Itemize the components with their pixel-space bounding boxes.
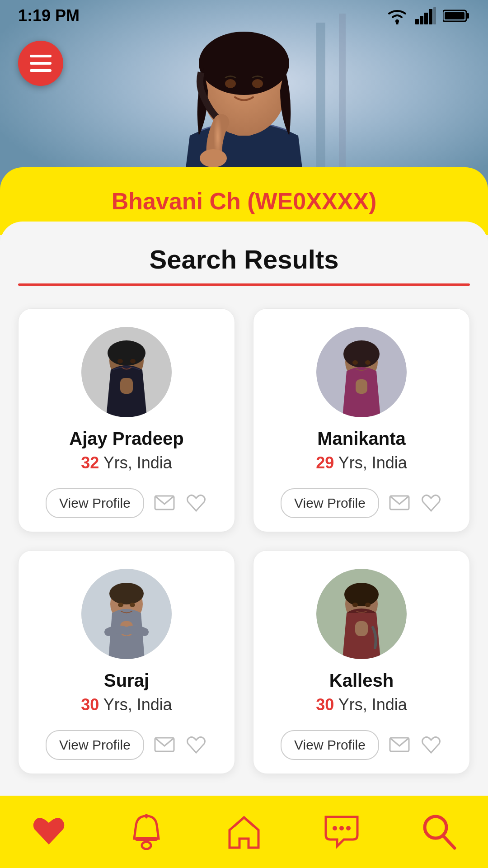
signal-icon: [415, 7, 436, 24]
svg-point-0: [395, 19, 399, 23]
svg-point-42: [344, 583, 379, 606]
wifi-icon: [386, 7, 408, 24]
svg-rect-47: [135, 837, 158, 841]
profile-name-kallesh: Kallesh: [329, 670, 394, 691]
section-title: Search Results: [18, 244, 470, 274]
view-profile-btn-ajay[interactable]: View Profile: [46, 488, 144, 518]
svg-point-44: [365, 603, 371, 607]
profile-name-suraj: Suraj: [104, 670, 149, 691]
menu-button[interactable]: [18, 41, 63, 86]
bottom-navigation: [0, 796, 488, 868]
profile-location-suraj: Yrs, India: [103, 695, 172, 714]
svg-point-52: [346, 826, 351, 830]
avatar-suraj: [81, 569, 172, 659]
svg-rect-45: [355, 621, 368, 636]
nav-search[interactable]: [417, 809, 462, 854]
profile-info-suraj: 30 Yrs, India: [81, 695, 172, 714]
view-profile-btn-suraj[interactable]: View Profile: [46, 730, 144, 760]
like-icon-kallesh[interactable]: [420, 734, 442, 756]
avatar-image-ajay: [81, 327, 172, 417]
profile-location-ajay: Yrs, India: [103, 453, 172, 472]
avatar-image-suraj: [81, 569, 172, 659]
nav-favorites[interactable]: [26, 809, 71, 854]
svg-point-21: [108, 340, 145, 366]
avatar-kallesh: [316, 569, 407, 659]
svg-rect-4: [429, 9, 432, 24]
like-icon-suraj[interactable]: [185, 734, 207, 756]
status-icons: [386, 7, 470, 24]
avatar-image-kallesh: [316, 569, 407, 659]
svg-point-29: [352, 360, 358, 365]
svg-rect-5: [433, 7, 436, 24]
svg-point-51: [339, 826, 344, 830]
main-content-card: Search Results Ajay Pradeep 32: [0, 222, 488, 796]
svg-point-17: [252, 79, 263, 88]
like-icon-ajay[interactable]: [185, 492, 207, 514]
avatar-manikanta: [316, 327, 407, 417]
user-name: Bhavani Ch (WE0XXXX): [112, 188, 377, 215]
profile-card-kallesh: Kallesh 30 Yrs, India View Profile: [253, 550, 470, 774]
profile-age-ajay: 32: [81, 453, 99, 472]
svg-point-18: [200, 149, 227, 167]
view-profile-btn-manikanta[interactable]: View Profile: [281, 488, 379, 518]
profile-card-manikanta: Manikanta 29 Yrs, India View Profile: [253, 308, 470, 532]
search-nav-icon: [422, 814, 456, 850]
card-actions-suraj: View Profile: [46, 730, 207, 760]
message-icon-ajay[interactable]: [153, 492, 176, 514]
svg-rect-3: [424, 13, 428, 24]
profile-location-manikanta: Yrs, India: [338, 453, 407, 472]
profile-info-kallesh: 30 Yrs, India: [316, 695, 407, 714]
svg-point-35: [109, 583, 144, 604]
nav-messages[interactable]: [319, 809, 364, 854]
svg-rect-8: [445, 12, 465, 19]
view-profile-btn-kallesh[interactable]: View Profile: [281, 730, 379, 760]
svg-point-16: [225, 79, 236, 88]
profile-age-kallesh: 30: [316, 695, 334, 714]
svg-point-43: [352, 603, 358, 607]
section-divider: [18, 283, 470, 286]
svg-line-54: [444, 836, 455, 848]
card-actions-manikanta: View Profile: [281, 488, 442, 518]
svg-point-36: [118, 603, 123, 607]
svg-point-22: [117, 359, 123, 363]
profile-info-ajay: 32 Yrs, India: [81, 453, 172, 472]
svg-point-50: [333, 826, 337, 830]
battery-icon: [443, 9, 470, 23]
svg-point-37: [130, 603, 135, 607]
hamburger-icon: [30, 55, 52, 72]
profiles-grid: Ajay Pradeep 32 Yrs, India View Profile: [18, 308, 470, 774]
svg-point-28: [343, 340, 380, 368]
svg-rect-2: [420, 16, 423, 24]
status-bar: 1:19 PM: [0, 0, 488, 32]
status-time: 1:19 PM: [18, 6, 80, 25]
svg-rect-1: [415, 19, 419, 24]
profile-card-ajay: Ajay Pradeep 32 Yrs, India View Profile: [18, 308, 235, 532]
svg-rect-7: [466, 13, 469, 19]
svg-point-15: [199, 32, 289, 95]
card-actions-kallesh: View Profile: [281, 730, 442, 760]
message-icon-manikanta[interactable]: [388, 492, 411, 514]
svg-rect-24: [120, 378, 133, 394]
profile-age-manikanta: 29: [316, 453, 334, 472]
bell-nav-icon: [131, 814, 162, 850]
profile-age-suraj: 30: [81, 695, 99, 714]
svg-point-48: [142, 842, 151, 849]
profile-info-manikanta: 29 Yrs, India: [316, 453, 407, 472]
like-icon-manikanta[interactable]: [420, 492, 442, 514]
heart-nav-icon: [31, 816, 67, 848]
message-icon-kallesh[interactable]: [388, 734, 411, 756]
profile-location-kallesh: Yrs, India: [338, 695, 407, 714]
avatar-image-manikanta: [316, 327, 407, 417]
card-actions-ajay: View Profile: [46, 488, 207, 518]
profile-name-ajay: Ajay Pradeep: [69, 429, 183, 449]
message-icon-suraj[interactable]: [153, 734, 176, 756]
profile-card-suraj: Suraj 30 Yrs, India View Profile: [18, 550, 235, 774]
home-nav-icon: [226, 814, 262, 850]
profile-name-manikanta: Manikanta: [317, 429, 406, 449]
nav-home[interactable]: [221, 809, 267, 854]
svg-rect-31: [356, 379, 367, 394]
svg-point-23: [130, 359, 136, 363]
nav-notifications[interactable]: [124, 809, 169, 854]
svg-point-30: [365, 360, 371, 365]
avatar-ajay: [81, 327, 172, 417]
